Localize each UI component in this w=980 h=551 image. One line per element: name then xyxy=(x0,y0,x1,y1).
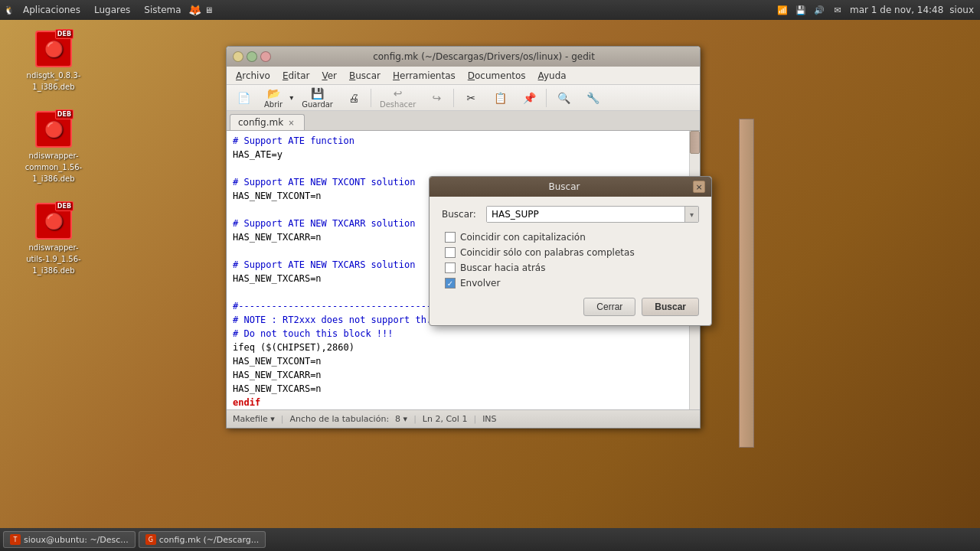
desktop-icon-ndisgtk[interactable]: 🔴 DEB ndisgtk_0.8.3-1_i386.deb xyxy=(23,31,84,92)
buscar-dialog: Buscar × Buscar: ▾ Coincidir con capital… xyxy=(429,176,712,326)
toolbar-copy-btn[interactable]: 📋 xyxy=(486,87,514,109)
username: sioux xyxy=(949,5,974,15)
file-type[interactable]: Makefile ▾ xyxy=(233,414,275,424)
signal-icon: 📶 xyxy=(776,4,789,16)
desktop: 🐧 Aplicaciones Lugares Sistema 🦊 🖥 📶 💾 🔊… xyxy=(0,0,980,551)
code-line: HAS_ATE=y xyxy=(233,148,683,161)
toolbar-open-btn[interactable]: 📂 Abrir xyxy=(259,87,288,109)
buscar-close-btn[interactable]: × xyxy=(693,181,705,193)
toolbar-open-dropdown[interactable]: ▾ xyxy=(288,92,295,103)
open-icon: 📂 xyxy=(267,87,280,99)
envolver-checkbox[interactable] xyxy=(445,278,456,289)
desktop-icon-ndisutils[interactable]: 🔴 DEB ndiswrapper-utils-1.9_1.56-1_i386.… xyxy=(23,203,84,276)
file-type-dropdown[interactable]: ▾ xyxy=(270,414,275,424)
toolbar-sep1 xyxy=(371,89,371,107)
status-sep1: | xyxy=(281,414,284,424)
tab-config-mk[interactable]: config.mk × xyxy=(230,114,305,130)
buscar-label: Buscar: xyxy=(442,209,480,220)
window-close-btn[interactable] xyxy=(260,51,271,62)
terminal-panel xyxy=(739,119,754,448)
ndisutils-icon: 🔴 DEB xyxy=(35,203,72,240)
code-line: HAS_NEW_TXCARS=n xyxy=(233,382,683,396)
tab-close-btn[interactable]: × xyxy=(286,119,296,127)
toolbar-new-btn[interactable]: 📄 xyxy=(230,87,257,109)
coincidir-pal-checkbox[interactable] xyxy=(445,247,456,258)
menu-editar[interactable]: Editar xyxy=(276,69,316,83)
save-icon: 💾 xyxy=(311,87,324,99)
toolbar-cut-btn[interactable]: ✂ xyxy=(457,87,485,109)
gedit-taskbar-label: config.mk (~/Descarg... xyxy=(159,535,260,545)
taskbar-terminal-btn[interactable]: T sioux@ubuntu: ~/Desc... xyxy=(3,531,136,548)
taskbar-lugares[interactable]: Lugares xyxy=(88,3,136,17)
ndisgtk-label: ndisgtk_0.8.3-1_i386.deb xyxy=(27,71,81,91)
menu-archivo[interactable]: Archivo xyxy=(230,69,276,83)
clock: mar 1 de nov, 14:48 xyxy=(850,5,943,15)
search-history-dropdown[interactable]: ▾ xyxy=(684,207,698,222)
tab-width[interactable]: 8 ▾ xyxy=(395,414,407,424)
code-line: # Support ATE function xyxy=(233,134,683,148)
coincidir-pal-label: Coincidir sólo con palabras completas xyxy=(460,247,635,258)
taskbar-top-left: 🐧 Aplicaciones Lugares Sistema 🦊 🖥 xyxy=(0,3,218,17)
toolbar-find-btn[interactable]: 🔍 xyxy=(550,87,577,109)
coincidir-cap-checkbox[interactable] xyxy=(445,232,456,243)
menu-ver[interactable]: Ver xyxy=(315,69,343,83)
toolbar-redo-btn: ↪ xyxy=(423,87,450,109)
system-icon: 🐧 xyxy=(3,4,15,16)
gedit-menubar: Archivo Editar Ver Buscar Herramientas D… xyxy=(227,67,700,85)
dialog-buttons: Cerrar Buscar xyxy=(442,298,699,316)
search-input[interactable] xyxy=(487,207,684,222)
firefox-icon[interactable]: 🦊 xyxy=(189,4,201,16)
terminal-icon[interactable]: 🖥 xyxy=(203,4,215,16)
open-label: Abrir xyxy=(264,100,283,109)
search-input-wrap: ▾ xyxy=(486,206,699,223)
save-label: Guardar xyxy=(302,100,333,109)
toolbar-open-group: 📂 Abrir ▾ xyxy=(259,87,295,109)
email-icon[interactable]: ✉ xyxy=(831,4,844,16)
tab-label: config.mk xyxy=(238,117,283,128)
buscar-title: Buscar xyxy=(436,181,693,192)
desktop-icon-ndiscommon[interactable]: 🔴 DEB ndiswrapper-common_1.56-1_i386.deb xyxy=(23,111,84,184)
deb-badge: DEB xyxy=(55,29,74,39)
scrollbar-thumb[interactable] xyxy=(690,131,700,154)
window-maximize-btn[interactable] xyxy=(247,51,257,62)
ndisgtk-icon: 🔴 DEB xyxy=(35,31,72,67)
menu-ayuda[interactable]: Ayuda xyxy=(532,69,573,83)
taskbar-aplicaciones[interactable]: Aplicaciones xyxy=(17,3,87,17)
taskbar-gedit-btn[interactable]: G config.mk (~/Descarg... xyxy=(139,531,266,548)
buscar-btn[interactable]: Buscar xyxy=(642,298,699,316)
toolbar-paste-btn[interactable]: 📌 xyxy=(515,87,543,109)
replace-icon: 🔧 xyxy=(586,92,599,104)
window-minimize-btn[interactable] xyxy=(233,51,243,62)
gedit-tab-bar: config.mk × xyxy=(227,111,700,131)
undo-label: Deshacer xyxy=(380,100,416,109)
deb-badge2: DEB xyxy=(55,109,74,119)
coincidir-cap-label: Coincidir con capitalización xyxy=(460,232,586,243)
tab-width-dropdown[interactable]: ▾ xyxy=(403,414,408,424)
menu-buscar[interactable]: Buscar xyxy=(343,69,387,83)
taskbar-top: 🐧 Aplicaciones Lugares Sistema 🦊 🖥 📶 💾 🔊… xyxy=(0,0,980,20)
cerrar-btn[interactable]: Cerrar xyxy=(583,298,635,316)
toolbar-save-btn[interactable]: 💾 Guardar xyxy=(296,87,338,109)
option-coincidir-pal-row: Coincidir sólo con palabras completas xyxy=(442,247,699,258)
gedit-toolbar: 📄 📂 Abrir ▾ 💾 Guardar 🖨 ↩ Deshacer xyxy=(227,85,700,111)
toolbar-replace-btn[interactable]: 🔧 xyxy=(579,87,606,109)
toolbar-print-btn[interactable]: 🖨 xyxy=(340,87,368,109)
undo-icon: ↩ xyxy=(394,87,403,99)
taskbar-top-right: 📶 💾 🔊 ✉ mar 1 de nov, 14:48 sioux xyxy=(770,4,980,16)
gedit-titlebar: config.mk (~/Descargas/Drivers/os/linux)… xyxy=(227,47,700,67)
gedit-window-title: config.mk (~/Descargas/Drivers/os/linux)… xyxy=(274,51,694,62)
menu-documentos[interactable]: Documentos xyxy=(462,69,532,83)
menu-herramientas[interactable]: Herramientas xyxy=(387,69,462,83)
paste-icon: 📌 xyxy=(523,92,536,104)
buscar-atras-checkbox[interactable] xyxy=(445,262,456,273)
code-line: # Do not touch this block !!! xyxy=(233,327,683,341)
find-icon: 🔍 xyxy=(557,92,570,104)
code-line: endif xyxy=(233,396,683,409)
gedit-taskbar-icon: G xyxy=(145,534,156,545)
cursor-position: Ln 2, Col 1 xyxy=(423,414,468,424)
search-row: Buscar: ▾ xyxy=(442,206,699,223)
volume-icon[interactable]: 🔊 xyxy=(813,4,825,16)
status-sep3: | xyxy=(473,414,476,424)
taskbar-sistema[interactable]: Sistema xyxy=(138,3,187,17)
ndiscommon-icon: 🔴 DEB xyxy=(35,111,72,148)
